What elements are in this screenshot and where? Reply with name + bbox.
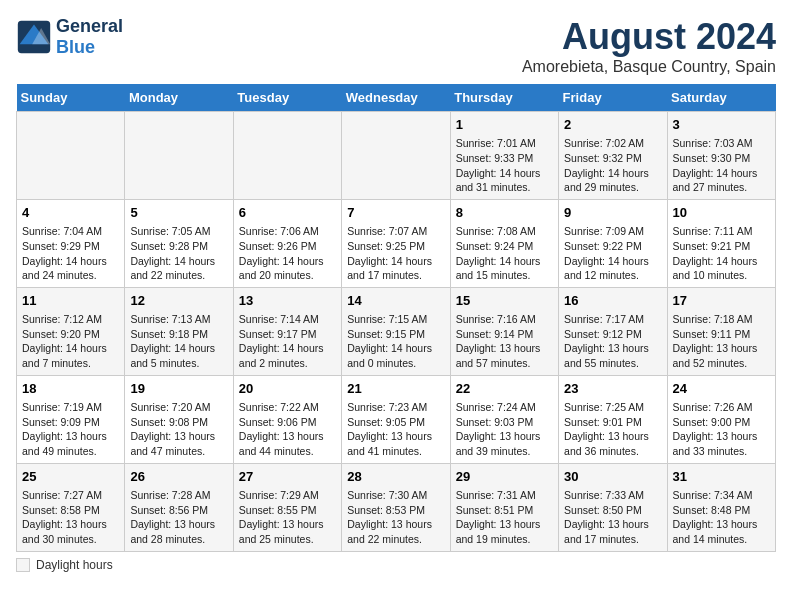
- day-info: Sunrise: 7:29 AM Sunset: 8:55 PM Dayligh…: [239, 488, 336, 547]
- calendar-cell: 31Sunrise: 7:34 AM Sunset: 8:48 PM Dayli…: [667, 463, 775, 551]
- day-number: 1: [456, 116, 553, 134]
- day-info: Sunrise: 7:07 AM Sunset: 9:25 PM Dayligh…: [347, 224, 444, 283]
- day-info: Sunrise: 7:17 AM Sunset: 9:12 PM Dayligh…: [564, 312, 661, 371]
- day-number: 2: [564, 116, 661, 134]
- day-info: Sunrise: 7:02 AM Sunset: 9:32 PM Dayligh…: [564, 136, 661, 195]
- day-number: 31: [673, 468, 770, 486]
- calendar-cell: 28Sunrise: 7:30 AM Sunset: 8:53 PM Dayli…: [342, 463, 450, 551]
- day-number: 28: [347, 468, 444, 486]
- day-info: Sunrise: 7:31 AM Sunset: 8:51 PM Dayligh…: [456, 488, 553, 547]
- day-number: 25: [22, 468, 119, 486]
- logo-icon: [16, 19, 52, 55]
- day-number: 23: [564, 380, 661, 398]
- day-number: 26: [130, 468, 227, 486]
- calendar-cell: [342, 112, 450, 200]
- calendar-day-header: Tuesday: [233, 84, 341, 112]
- calendar-cell: 14Sunrise: 7:15 AM Sunset: 9:15 PM Dayli…: [342, 287, 450, 375]
- day-number: 19: [130, 380, 227, 398]
- calendar-cell: 23Sunrise: 7:25 AM Sunset: 9:01 PM Dayli…: [559, 375, 667, 463]
- calendar-cell: [17, 112, 125, 200]
- calendar-cell: 3Sunrise: 7:03 AM Sunset: 9:30 PM Daylig…: [667, 112, 775, 200]
- calendar-body: 1Sunrise: 7:01 AM Sunset: 9:33 PM Daylig…: [17, 112, 776, 552]
- day-info: Sunrise: 7:05 AM Sunset: 9:28 PM Dayligh…: [130, 224, 227, 283]
- day-info: Sunrise: 7:28 AM Sunset: 8:56 PM Dayligh…: [130, 488, 227, 547]
- calendar-day-header: Wednesday: [342, 84, 450, 112]
- day-number: 21: [347, 380, 444, 398]
- calendar-cell: 20Sunrise: 7:22 AM Sunset: 9:06 PM Dayli…: [233, 375, 341, 463]
- calendar-cell: 7Sunrise: 7:07 AM Sunset: 9:25 PM Daylig…: [342, 199, 450, 287]
- title-area: August 2024 Amorebieta, Basque Country, …: [522, 16, 776, 76]
- calendar-cell: 30Sunrise: 7:33 AM Sunset: 8:50 PM Dayli…: [559, 463, 667, 551]
- calendar-cell: 12Sunrise: 7:13 AM Sunset: 9:18 PM Dayli…: [125, 287, 233, 375]
- calendar-cell: 4Sunrise: 7:04 AM Sunset: 9:29 PM Daylig…: [17, 199, 125, 287]
- calendar-week-row: 11Sunrise: 7:12 AM Sunset: 9:20 PM Dayli…: [17, 287, 776, 375]
- calendar-day-header: Thursday: [450, 84, 558, 112]
- day-info: Sunrise: 7:09 AM Sunset: 9:22 PM Dayligh…: [564, 224, 661, 283]
- subtitle: Amorebieta, Basque Country, Spain: [522, 58, 776, 76]
- calendar-header-row: SundayMondayTuesdayWednesdayThursdayFrid…: [17, 84, 776, 112]
- day-number: 22: [456, 380, 553, 398]
- day-number: 13: [239, 292, 336, 310]
- day-info: Sunrise: 7:24 AM Sunset: 9:03 PM Dayligh…: [456, 400, 553, 459]
- legend-label: Daylight hours: [36, 558, 113, 572]
- main-title: August 2024: [522, 16, 776, 58]
- day-info: Sunrise: 7:01 AM Sunset: 9:33 PM Dayligh…: [456, 136, 553, 195]
- day-info: Sunrise: 7:27 AM Sunset: 8:58 PM Dayligh…: [22, 488, 119, 547]
- day-info: Sunrise: 7:06 AM Sunset: 9:26 PM Dayligh…: [239, 224, 336, 283]
- calendar-day-header: Monday: [125, 84, 233, 112]
- day-info: Sunrise: 7:23 AM Sunset: 9:05 PM Dayligh…: [347, 400, 444, 459]
- calendar-cell: 22Sunrise: 7:24 AM Sunset: 9:03 PM Dayli…: [450, 375, 558, 463]
- day-number: 12: [130, 292, 227, 310]
- page-header: General Blue August 2024 Amorebieta, Bas…: [16, 16, 776, 76]
- day-info: Sunrise: 7:22 AM Sunset: 9:06 PM Dayligh…: [239, 400, 336, 459]
- calendar-week-row: 1Sunrise: 7:01 AM Sunset: 9:33 PM Daylig…: [17, 112, 776, 200]
- day-info: Sunrise: 7:13 AM Sunset: 9:18 PM Dayligh…: [130, 312, 227, 371]
- calendar-cell: 15Sunrise: 7:16 AM Sunset: 9:14 PM Dayli…: [450, 287, 558, 375]
- calendar-day-header: Saturday: [667, 84, 775, 112]
- logo-text-line1: General: [56, 16, 123, 37]
- calendar-day-header: Friday: [559, 84, 667, 112]
- calendar-cell: 19Sunrise: 7:20 AM Sunset: 9:08 PM Dayli…: [125, 375, 233, 463]
- day-info: Sunrise: 7:12 AM Sunset: 9:20 PM Dayligh…: [22, 312, 119, 371]
- day-info: Sunrise: 7:20 AM Sunset: 9:08 PM Dayligh…: [130, 400, 227, 459]
- day-info: Sunrise: 7:26 AM Sunset: 9:00 PM Dayligh…: [673, 400, 770, 459]
- calendar-cell: 11Sunrise: 7:12 AM Sunset: 9:20 PM Dayli…: [17, 287, 125, 375]
- calendar-cell: 16Sunrise: 7:17 AM Sunset: 9:12 PM Dayli…: [559, 287, 667, 375]
- legend-box: [16, 558, 30, 572]
- calendar-cell: 2Sunrise: 7:02 AM Sunset: 9:32 PM Daylig…: [559, 112, 667, 200]
- day-number: 3: [673, 116, 770, 134]
- day-number: 29: [456, 468, 553, 486]
- calendar-cell: 17Sunrise: 7:18 AM Sunset: 9:11 PM Dayli…: [667, 287, 775, 375]
- day-number: 24: [673, 380, 770, 398]
- day-info: Sunrise: 7:15 AM Sunset: 9:15 PM Dayligh…: [347, 312, 444, 371]
- day-info: Sunrise: 7:11 AM Sunset: 9:21 PM Dayligh…: [673, 224, 770, 283]
- day-info: Sunrise: 7:04 AM Sunset: 9:29 PM Dayligh…: [22, 224, 119, 283]
- day-number: 18: [22, 380, 119, 398]
- day-info: Sunrise: 7:03 AM Sunset: 9:30 PM Dayligh…: [673, 136, 770, 195]
- day-info: Sunrise: 7:19 AM Sunset: 9:09 PM Dayligh…: [22, 400, 119, 459]
- calendar-day-header: Sunday: [17, 84, 125, 112]
- day-number: 9: [564, 204, 661, 222]
- day-info: Sunrise: 7:33 AM Sunset: 8:50 PM Dayligh…: [564, 488, 661, 547]
- day-info: Sunrise: 7:14 AM Sunset: 9:17 PM Dayligh…: [239, 312, 336, 371]
- day-number: 7: [347, 204, 444, 222]
- day-number: 6: [239, 204, 336, 222]
- calendar-cell: 25Sunrise: 7:27 AM Sunset: 8:58 PM Dayli…: [17, 463, 125, 551]
- calendar-cell: [233, 112, 341, 200]
- calendar-cell: [125, 112, 233, 200]
- logo: General Blue: [16, 16, 123, 58]
- calendar-cell: 13Sunrise: 7:14 AM Sunset: 9:17 PM Dayli…: [233, 287, 341, 375]
- day-number: 15: [456, 292, 553, 310]
- day-info: Sunrise: 7:08 AM Sunset: 9:24 PM Dayligh…: [456, 224, 553, 283]
- day-number: 5: [130, 204, 227, 222]
- calendar-week-row: 4Sunrise: 7:04 AM Sunset: 9:29 PM Daylig…: [17, 199, 776, 287]
- day-number: 14: [347, 292, 444, 310]
- calendar-cell: 1Sunrise: 7:01 AM Sunset: 9:33 PM Daylig…: [450, 112, 558, 200]
- day-info: Sunrise: 7:18 AM Sunset: 9:11 PM Dayligh…: [673, 312, 770, 371]
- footer-note: Daylight hours: [16, 558, 776, 572]
- day-number: 8: [456, 204, 553, 222]
- day-number: 4: [22, 204, 119, 222]
- calendar-cell: 6Sunrise: 7:06 AM Sunset: 9:26 PM Daylig…: [233, 199, 341, 287]
- calendar-cell: 5Sunrise: 7:05 AM Sunset: 9:28 PM Daylig…: [125, 199, 233, 287]
- calendar-cell: 26Sunrise: 7:28 AM Sunset: 8:56 PM Dayli…: [125, 463, 233, 551]
